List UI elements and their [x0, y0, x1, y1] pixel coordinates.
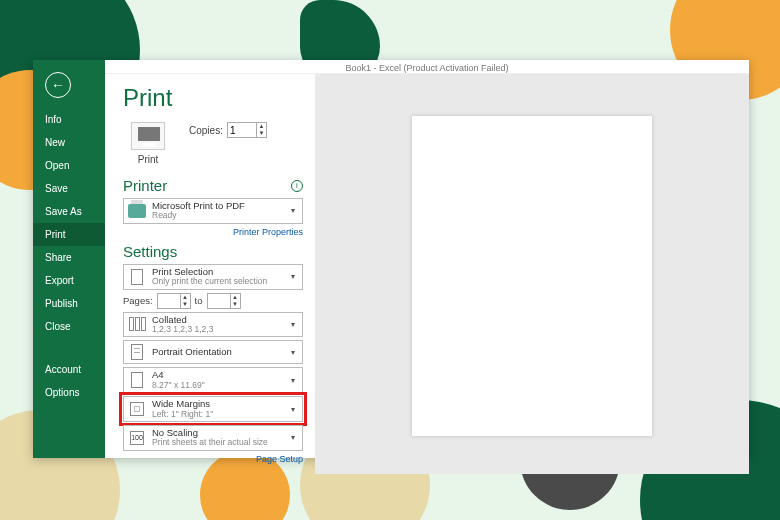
- pages-from-spinner[interactable]: ▲▼: [157, 293, 191, 309]
- chevron-down-icon: ▾: [288, 348, 298, 357]
- printer-icon: [131, 122, 165, 150]
- margins-dropdown[interactable]: Wide Margins Left: 1" Right: 1" ▾: [123, 396, 303, 422]
- chevron-down-icon: ▾: [288, 320, 298, 329]
- copies-spinner[interactable]: ▲ ▼: [227, 122, 267, 138]
- back-button[interactable]: ←: [45, 72, 71, 98]
- spinner-up-icon[interactable]: ▲: [231, 294, 240, 301]
- spinner-down-icon[interactable]: ▼: [231, 301, 240, 308]
- orientation-dropdown[interactable]: Portrait Orientation ▾: [123, 340, 303, 364]
- print-button[interactable]: Print: [123, 122, 173, 165]
- pages-to-label: to: [195, 295, 203, 306]
- sidebar-item-share[interactable]: Share: [33, 246, 105, 269]
- orientation-label: Portrait Orientation: [152, 347, 282, 357]
- printer-device-icon: [128, 202, 146, 220]
- page-title: Print: [123, 84, 303, 112]
- portrait-icon: [128, 343, 146, 361]
- printer-heading: Printer: [123, 177, 167, 194]
- collation-desc: 1,2,3 1,2,3 1,2,3: [152, 325, 282, 334]
- print-button-label: Print: [138, 154, 159, 165]
- scaling-dropdown[interactable]: 100 No Scaling Print sheets at their act…: [123, 425, 303, 451]
- collation-dropdown[interactable]: Collated 1,2,3 1,2,3 1,2,3 ▾: [123, 312, 303, 338]
- spinner-down-icon[interactable]: ▼: [257, 130, 266, 137]
- pages-label: Pages:: [123, 295, 153, 306]
- paper-desc: 8.27" x 11.69": [152, 381, 282, 390]
- info-icon[interactable]: i: [291, 180, 303, 192]
- scaling-icon: 100: [128, 429, 146, 447]
- window-title: Book1 - Excel (Product Activation Failed…: [105, 60, 749, 74]
- backstage-sidebar: ← Info New Open Save Save As Print Share…: [33, 60, 105, 458]
- spinner-down-icon[interactable]: ▼: [181, 301, 190, 308]
- margins-icon: [128, 400, 146, 418]
- margins-desc: Left: 1" Right: 1": [152, 410, 282, 419]
- sidebar-item-export[interactable]: Export: [33, 269, 105, 292]
- what-to-print-dropdown[interactable]: Print Selection Only print the current s…: [123, 264, 303, 290]
- paper-size-dropdown[interactable]: A4 8.27" x 11.69" ▾: [123, 367, 303, 393]
- sidebar-item-publish[interactable]: Publish: [33, 292, 105, 315]
- margins-label: Wide Margins: [152, 399, 282, 409]
- sidebar-item-info[interactable]: Info: [33, 108, 105, 131]
- page-icon: [128, 371, 146, 389]
- collated-icon: [128, 315, 146, 333]
- sidebar-item-print[interactable]: Print: [33, 223, 105, 246]
- printer-dropdown[interactable]: Microsoft Print to PDF Ready ▾: [123, 198, 303, 224]
- sidebar-item-open[interactable]: Open: [33, 154, 105, 177]
- pages-to-input[interactable]: [208, 294, 230, 308]
- sidebar-item-account[interactable]: Account: [33, 358, 105, 381]
- excel-backstage-window: ← Info New Open Save Save As Print Share…: [33, 60, 749, 458]
- main-pane: Book1 - Excel (Product Activation Failed…: [105, 60, 749, 458]
- copies-label: Copies:: [189, 125, 223, 136]
- sidebar-item-new[interactable]: New: [33, 131, 105, 154]
- sidebar-item-close[interactable]: Close: [33, 315, 105, 338]
- chevron-down-icon: ▾: [288, 405, 298, 414]
- selection-icon: [128, 268, 146, 286]
- copies-input[interactable]: [228, 123, 256, 137]
- print-settings-pane: Print Print Copies: ▲: [105, 74, 315, 474]
- chevron-down-icon: ▾: [288, 376, 298, 385]
- printer-properties-link[interactable]: Printer Properties: [123, 227, 303, 237]
- spinner-up-icon[interactable]: ▲: [257, 123, 266, 130]
- page-setup-link[interactable]: Page Setup: [123, 454, 303, 464]
- chevron-down-icon: ▾: [288, 433, 298, 442]
- print-preview-pane: [315, 74, 749, 474]
- spinner-up-icon[interactable]: ▲: [181, 294, 190, 301]
- pages-from-input[interactable]: [158, 294, 180, 308]
- settings-heading: Settings: [123, 243, 177, 260]
- sidebar-item-saveas[interactable]: Save As: [33, 200, 105, 223]
- sidebar-item-save[interactable]: Save: [33, 177, 105, 200]
- sidebar-item-options[interactable]: Options: [33, 381, 105, 404]
- scaling-desc: Print sheets at their actual size: [152, 438, 282, 447]
- arrow-left-icon: ←: [51, 77, 65, 93]
- printer-status: Ready: [152, 211, 282, 220]
- chevron-down-icon: ▾: [288, 272, 298, 281]
- chevron-down-icon: ▾: [288, 206, 298, 215]
- pages-to-spinner[interactable]: ▲▼: [207, 293, 241, 309]
- preview-page: [412, 116, 652, 436]
- what-to-print-desc: Only print the current selection: [152, 277, 282, 286]
